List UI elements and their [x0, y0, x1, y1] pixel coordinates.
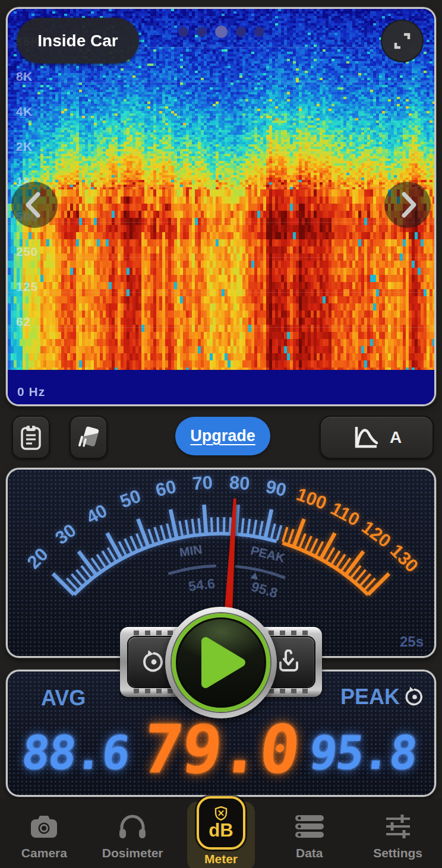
freq-label: 8K — [16, 69, 33, 84]
tab-label: Settings — [373, 846, 422, 860]
tab-camera[interactable]: Camera — [0, 799, 89, 868]
tab-data[interactable]: Data — [265, 799, 353, 868]
freq-label: 4K — [16, 104, 33, 119]
decibel-meter-icon: dB — [197, 796, 245, 850]
tab-label: Data — [296, 846, 323, 860]
current-level-value: 79.0 — [139, 711, 302, 788]
sliders-icon — [384, 813, 412, 840]
freq-label: 2K — [16, 140, 33, 154]
tab-label: Dosimeter — [102, 846, 163, 860]
tab-label: Meter — [204, 852, 238, 866]
spectrogram-panel: 16K8K4K2K1K50025012562 0 Hz Inside Car — [6, 7, 436, 406]
tab-label: Camera — [21, 846, 67, 860]
svg-text:95.8: 95.8 — [250, 579, 279, 601]
upgrade-label: Upgrade — [190, 427, 255, 445]
freq-label: 125 — [16, 280, 38, 294]
expand-icon — [392, 31, 412, 51]
tab-bar: Camera Dosimeter dB Meter — [0, 799, 442, 868]
page-dot — [254, 27, 264, 37]
svg-text:130: 130 — [386, 540, 422, 576]
camera-icon — [29, 813, 59, 840]
frequency-axis-zero: 0 Hz — [17, 385, 45, 399]
upgrade-button[interactable]: Upgrade — [175, 417, 270, 455]
svg-text:110: 110 — [327, 498, 364, 531]
film-perforations — [134, 631, 174, 635]
play-icon — [198, 634, 250, 691]
frequency-weighting-button[interactable]: A — [320, 416, 434, 459]
data-list-icon — [294, 813, 325, 840]
reset-peak-icon[interactable] — [403, 686, 426, 708]
svg-text:60: 60 — [154, 476, 178, 501]
svg-text:70: 70 — [191, 472, 213, 494]
tab-settings[interactable]: Settings — [353, 799, 442, 868]
tilted-card-icon — [76, 425, 101, 450]
transport-controls — [120, 607, 322, 721]
page-dot — [197, 27, 207, 37]
avg-value: 88.6 — [19, 726, 131, 780]
svg-text:20: 20 — [23, 544, 52, 573]
elapsed-time: 25s — [400, 633, 424, 650]
svg-text:30: 30 — [51, 519, 80, 549]
svg-text:PEAK: PEAK — [250, 543, 286, 565]
svg-text:100: 100 — [293, 484, 330, 514]
notes-button[interactable] — [12, 416, 50, 459]
page-dot — [236, 27, 246, 37]
svg-text:MIN: MIN — [178, 542, 203, 559]
svg-text:40: 40 — [83, 500, 110, 528]
preset-chip[interactable]: Inside Car — [17, 18, 139, 64]
film-perforations — [134, 689, 174, 693]
svg-text:54.6: 54.6 — [188, 575, 216, 594]
next-page-button[interactable] — [384, 182, 431, 228]
chevron-right-icon — [384, 182, 431, 228]
peak-label-row: PEAK — [340, 685, 426, 709]
prev-page-button[interactable] — [11, 182, 58, 228]
play-button[interactable] — [165, 607, 277, 718]
weighting-curve-icon — [352, 425, 379, 451]
film-perforations — [269, 689, 309, 693]
chevron-left-icon — [11, 182, 58, 228]
svg-text:80: 80 — [229, 472, 251, 494]
active-tab-highlight: dB Meter — [187, 802, 255, 868]
weighting-value: A — [390, 428, 402, 447]
svg-text:50: 50 — [117, 486, 144, 512]
preset-label: Inside Car — [37, 31, 118, 50]
fullscreen-button[interactable] — [381, 20, 424, 62]
freq-label: 250 — [16, 245, 38, 259]
reset-icon — [141, 649, 167, 675]
spectrogram-image — [8, 9, 434, 404]
tab-dosimeter[interactable]: Dosimeter — [89, 799, 177, 868]
page-dot — [178, 27, 188, 37]
page-dot — [215, 26, 228, 38]
calibration-button[interactable] — [70, 416, 108, 459]
download-icon — [276, 650, 301, 674]
svg-text:120: 120 — [358, 517, 394, 552]
avg-label: AVG — [41, 686, 86, 711]
db-badge-text: dB — [209, 821, 233, 840]
headphones-icon — [118, 813, 147, 840]
svg-text:90: 90 — [264, 476, 288, 501]
peak-label: PEAK — [340, 685, 400, 709]
peak-value: 95.8 — [307, 726, 419, 780]
shield-icon — [214, 806, 228, 821]
tab-meter[interactable]: dB Meter — [177, 799, 266, 868]
clipboard-icon — [20, 424, 42, 451]
freq-label: 62 — [16, 315, 30, 329]
film-perforations — [269, 631, 309, 635]
